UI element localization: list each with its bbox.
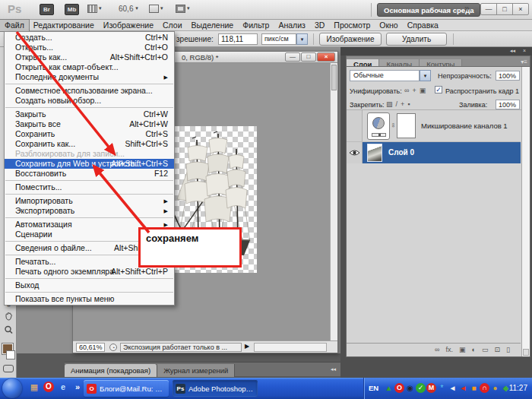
zoom-tool-icon[interactable]: [2, 325, 14, 337]
volume-icon[interactable]: ◄: [448, 383, 458, 393]
blend-mode-select[interactable]: Обычные: [350, 70, 420, 81]
lock-position-icon[interactable]: +: [401, 100, 404, 109]
layer-mask-thumbnail[interactable]: [397, 113, 416, 138]
language-indicator[interactable]: EN: [369, 384, 378, 392]
unit-dropdown-icon[interactable]: ▾: [296, 33, 308, 45]
propagate-checkbox[interactable]: ✓: [435, 86, 442, 93]
tab-measurement-log[interactable]: Журнал измерений: [157, 364, 235, 377]
fill-value[interactable]: 100%: [496, 100, 520, 109]
unify-style-icon[interactable]: ▣: [420, 86, 426, 95]
visibility-toggle[interactable]: [347, 110, 363, 141]
view-extras-dropdown[interactable]: ▾: [87, 5, 102, 13]
app-close-button[interactable]: ×: [512, 3, 529, 15]
file-menu-item[interactable]: Открыть...Ctrl+O: [5, 43, 174, 52]
quick-launch-overflow[interactable]: »: [72, 382, 83, 392]
messenger-icon[interactable]: ●: [490, 383, 500, 393]
update-icon[interactable]: ✓: [416, 383, 426, 393]
lock-transparency-icon[interactable]: ▨: [386, 100, 393, 109]
file-menu-item[interactable]: Сохранить как...Shift+Ctrl+S: [5, 139, 174, 149]
menubar-item[interactable]: Слои: [158, 20, 187, 31]
file-menu-item[interactable]: Сохранить для Web и устройств...Alt+Shif…: [5, 159, 174, 169]
panel-scrollbar[interactable]: [521, 67, 530, 356]
opera-quick-icon[interactable]: O: [43, 382, 54, 392]
tab-animation[interactable]: Анимация (покадровая): [65, 364, 157, 377]
document-horizontal-scrollbar[interactable]: [254, 343, 327, 352]
file-menu-item[interactable]: Разблокировать для записи...: [5, 149, 174, 159]
file-menu-item[interactable]: Совместное использование экрана...: [5, 86, 174, 96]
taskbar-button[interactable]: PsAdobe Photoshop CS...: [173, 380, 258, 397]
resolution-input[interactable]: 118,11: [218, 33, 258, 45]
show-desktop-icon[interactable]: ▦: [29, 382, 40, 392]
status-menu-arrow[interactable]: ▶: [245, 343, 249, 350]
blend-mode-dropdown-icon[interactable]: ▾: [420, 70, 431, 81]
layer-group-icon[interactable]: ▭: [482, 345, 489, 354]
app-restore-button[interactable]: □: [496, 3, 513, 15]
file-menu-item[interactable]: СохранитьCtrl+S: [5, 129, 174, 139]
notifier-icon[interactable]: ◄: [458, 383, 468, 393]
unify-visibility-icon[interactable]: +: [412, 86, 416, 95]
layer-style-icon[interactable]: fx.: [446, 345, 454, 354]
background-color-swatch[interactable]: [6, 350, 15, 359]
visibility-toggle-eye[interactable]: [347, 142, 363, 163]
layer-thumbnail[interactable]: [367, 144, 382, 162]
panel-menu-icon[interactable]: ▾≡: [521, 59, 527, 65]
file-menu-item[interactable]: Импортировать▶: [5, 196, 174, 206]
file-menu-item[interactable]: Закрыть всеAlt+Ctrl+W: [5, 119, 174, 129]
resolution-unit-select[interactable]: пикс/см: [261, 33, 296, 45]
file-menu-item[interactable]: Открыть как...Alt+Shift+Ctrl+O: [5, 52, 174, 62]
menubar-item[interactable]: Изображение: [99, 20, 158, 31]
file-menu-item[interactable]: Экспортировать▶: [5, 206, 174, 216]
file-menu-item[interactable]: Открыть как смарт-объект...: [5, 62, 174, 72]
menubar-item[interactable]: Просмотр: [329, 20, 375, 31]
layer-row-layer0-selected[interactable]: Слой 0: [347, 142, 521, 163]
adjustment-layer-icon[interactable]: ◐: [472, 345, 476, 354]
menubar-item[interactable]: Справка: [403, 20, 443, 31]
file-menu-item[interactable]: ВосстановитьF12: [5, 169, 174, 179]
arrange-documents-dropdown[interactable]: ▾: [149, 5, 163, 13]
layer-row-channel-mixer[interactable]: ∞ Микширование каналов 1: [347, 110, 521, 142]
start-button[interactable]: [2, 378, 22, 398]
minibridge-button[interactable]: Mb: [65, 4, 79, 15]
camera-icon[interactable]: ◉: [405, 383, 415, 393]
file-menu-item[interactable]: Создать...Ctrl+N: [5, 33, 174, 43]
clock[interactable]: 11:27: [509, 384, 527, 392]
link-layers-icon[interactable]: ∞: [435, 345, 439, 354]
zoom-percent-field[interactable]: 60,61%: [76, 343, 105, 352]
ie-quick-icon[interactable]: e: [58, 382, 68, 392]
doc-close-button[interactable]: ×: [317, 52, 335, 62]
workspace-overflow-chevrons[interactable]: »: [464, 3, 470, 14]
collapse-panels-icon[interactable]: ◂◂: [510, 48, 515, 54]
file-menu-item[interactable]: Создать новый обзор...: [5, 96, 174, 106]
plugin-icon[interactable]: ■: [469, 383, 479, 393]
icq-flower-icon[interactable]: *: [437, 383, 447, 393]
app-minimize-button[interactable]: —: [480, 3, 497, 15]
file-menu-item[interactable]: ЗакрытьCtrl+W: [5, 109, 174, 119]
menubar-item[interactable]: Анализ: [274, 20, 309, 31]
hand-tool-icon[interactable]: [2, 312, 14, 324]
document-vertical-scrollbar[interactable]: [330, 63, 337, 342]
menubar-item[interactable]: 3D: [310, 20, 329, 31]
file-menu-item[interactable]: Показать все пункты меню: [5, 294, 174, 304]
mailru-agent-icon[interactable]: M: [426, 383, 436, 393]
menubar-item[interactable]: Редактирование: [29, 20, 99, 31]
adjustment-layer-thumbnail[interactable]: [367, 112, 390, 140]
menubar-item[interactable]: Окно: [375, 20, 402, 31]
unify-position-icon[interactable]: ∞: [404, 86, 409, 95]
screen-mode-dropdown[interactable]: ▾: [176, 5, 190, 13]
graphics-utility-icon[interactable]: ▲: [384, 383, 394, 393]
layer-name[interactable]: Слой 0: [388, 148, 414, 157]
delete-layer-icon[interactable]: ▯: [506, 345, 510, 354]
doc-minimize-button[interactable]: —: [285, 52, 300, 62]
image-button[interactable]: Изображение: [319, 33, 382, 46]
taskbar-button[interactable]: OБлоги@Mail.Ru: Мой ...: [84, 380, 169, 397]
menubar-item[interactable]: Файл: [0, 20, 29, 31]
new-layer-icon[interactable]: ⊡: [495, 345, 501, 354]
file-menu-item[interactable]: Выход: [5, 280, 174, 290]
file-menu-item[interactable]: Поместить...: [5, 182, 174, 192]
collapse-panel-icon[interactable]: ◂◂: [331, 366, 336, 372]
file-menu-item[interactable]: Последние документы▶: [5, 72, 174, 82]
opacity-value[interactable]: 100%: [496, 71, 520, 81]
quick-mask-button[interactable]: [3, 365, 14, 372]
layer-mask-icon[interactable]: ▣: [459, 345, 466, 354]
layer-name[interactable]: Микширование каналов 1: [421, 122, 508, 130]
